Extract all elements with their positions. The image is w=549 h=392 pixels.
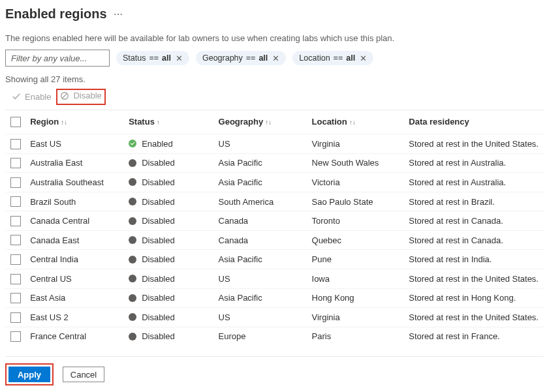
table-row[interactable]: East US 2DisabledUSVirginiaStored at res… <box>5 308 544 327</box>
cell-region: Australia East <box>30 153 129 173</box>
row-checkbox[interactable] <box>10 177 21 188</box>
select-all-checkbox[interactable] <box>10 117 21 127</box>
table-row[interactable]: Canada EastDisabledCanadaQuebecStored at… <box>5 230 544 250</box>
cell-region: Canada Central <box>30 211 129 231</box>
item-count: Showing all 27 items. <box>5 74 544 84</box>
cell-geography: US <box>219 134 312 154</box>
row-checkbox[interactable] <box>10 312 21 323</box>
cell-residency: Stored at rest in Brazil. <box>409 192 544 211</box>
status-dot-icon <box>129 159 136 167</box>
status-dot-icon <box>129 313 136 321</box>
cell-region: Australia Southeast <box>30 173 129 192</box>
enable-action[interactable]: Enable <box>12 92 51 102</box>
apply-button[interactable]: Apply <box>8 367 50 382</box>
more-menu-icon[interactable]: ⋯ <box>114 10 123 19</box>
col-status[interactable]: Status↑ <box>129 110 218 134</box>
cell-location: Virginia <box>312 134 409 154</box>
apply-highlight: Apply <box>5 363 54 385</box>
cell-region: Central India <box>30 250 129 269</box>
cell-residency: Stored at rest in Canada. <box>409 211 544 231</box>
row-checkbox[interactable] <box>10 293 21 303</box>
row-checkbox[interactable] <box>10 274 21 284</box>
cell-location: Virginia <box>312 308 409 327</box>
page-description: The regions enabled here will be availab… <box>5 33 544 43</box>
row-checkbox[interactable] <box>10 331 21 342</box>
row-checkbox[interactable] <box>10 254 21 265</box>
status-dot-icon <box>129 140 136 147</box>
table-row[interactable]: Australia EastDisabledAsia PacificNew So… <box>5 153 544 173</box>
cancel-button[interactable]: Cancel <box>63 367 104 382</box>
cell-residency: Stored at rest in Australia. <box>409 153 544 173</box>
table-row[interactable]: Australia SoutheastDisabledAsia PacificV… <box>5 173 544 192</box>
row-checkbox[interactable] <box>10 139 21 149</box>
cell-location: Pune <box>312 250 409 269</box>
disable-action[interactable]: Disable <box>60 91 101 100</box>
row-checkbox[interactable] <box>10 196 21 207</box>
cell-residency: Stored at rest in the United States. <box>409 269 544 289</box>
table-row[interactable]: Brazil SouthDisabledSouth AmericaSao Pau… <box>5 192 544 211</box>
table-row[interactable]: Central USDisabledUSIowaStored at rest i… <box>5 269 544 289</box>
prohibit-icon <box>60 91 69 100</box>
check-icon <box>12 92 21 101</box>
row-checkbox[interactable] <box>10 235 21 245</box>
cell-geography: US <box>219 269 312 289</box>
cell-residency: Stored at rest in France. <box>409 327 544 346</box>
close-icon[interactable]: ✕ <box>176 54 183 63</box>
cell-geography: Europe <box>219 327 312 346</box>
col-geography[interactable]: Geography↑↓ <box>219 110 312 134</box>
col-region[interactable]: Region↑↓ <box>30 110 129 134</box>
status-dot-icon <box>129 275 136 282</box>
filter-pill-geography[interactable]: Geography == all ✕ <box>196 51 286 65</box>
cell-status: Disabled <box>142 197 175 207</box>
cell-location: Victoria <box>312 173 409 192</box>
cell-geography: Asia Pacific <box>219 173 312 192</box>
status-dot-icon <box>129 236 136 244</box>
table-row[interactable]: East AsiaDisabledAsia PacificHong KongSt… <box>5 288 544 308</box>
cell-geography: Canada <box>219 230 312 250</box>
cell-status: Enabled <box>142 139 173 149</box>
table-row[interactable]: Canada CentralDisabledCanadaTorontoStore… <box>5 211 544 231</box>
cell-residency: Stored at rest in Hong Kong. <box>409 288 544 308</box>
cell-status: Disabled <box>142 177 175 187</box>
cell-geography: US <box>219 308 312 327</box>
col-residency[interactable]: Data residency <box>409 110 544 134</box>
cell-location: Sao Paulo State <box>312 192 409 211</box>
cell-geography: Asia Pacific <box>219 153 312 173</box>
close-icon[interactable]: ✕ <box>360 54 367 63</box>
close-icon[interactable]: ✕ <box>272 54 279 63</box>
sort-icon: ↑↓ <box>349 119 356 126</box>
cell-geography: Asia Pacific <box>219 288 312 308</box>
filter-pill-status[interactable]: Status == all ✕ <box>116 51 189 65</box>
cell-status: Disabled <box>142 274 175 284</box>
table-row[interactable]: East USEnabledUSVirginiaStored at rest i… <box>5 134 544 154</box>
col-location[interactable]: Location↑↓ <box>312 110 409 134</box>
cell-status: Disabled <box>142 312 175 322</box>
svg-line-1 <box>63 93 67 98</box>
cell-status: Disabled <box>142 235 175 245</box>
filter-pill-location[interactable]: Location == all ✕ <box>292 51 373 65</box>
table-row[interactable]: Central IndiaDisabledAsia PacificPuneSto… <box>5 250 544 269</box>
cell-location: Paris <box>312 327 409 346</box>
cell-status: Disabled <box>142 254 175 264</box>
cell-status: Disabled <box>142 293 175 303</box>
cell-geography: Canada <box>219 211 312 231</box>
cell-status: Disabled <box>142 158 175 168</box>
status-dot-icon <box>129 256 136 264</box>
cell-residency: Stored at rest in the United States. <box>409 308 544 327</box>
status-dot-icon <box>129 333 136 340</box>
cell-geography: South America <box>219 192 312 211</box>
cell-location: Iowa <box>312 269 409 289</box>
disable-highlight: Disable <box>56 89 105 105</box>
status-dot-icon <box>129 178 136 186</box>
table-row[interactable]: France CentralDisabledEuropeParisStored … <box>5 327 544 346</box>
filter-input[interactable] <box>5 50 110 67</box>
cell-residency: Stored at rest in Australia. <box>409 173 544 192</box>
cell-residency: Stored at rest in India. <box>409 250 544 269</box>
row-checkbox[interactable] <box>10 216 21 226</box>
regions-table: Region↑↓ Status↑ Geography↑↓ Location↑↓ … <box>5 110 544 346</box>
row-checkbox[interactable] <box>10 158 21 168</box>
cell-residency: Stored at rest in the United States. <box>409 134 544 154</box>
cell-region: France Central <box>30 327 129 346</box>
sort-icon: ↑↓ <box>61 119 67 126</box>
status-dot-icon <box>129 198 136 205</box>
